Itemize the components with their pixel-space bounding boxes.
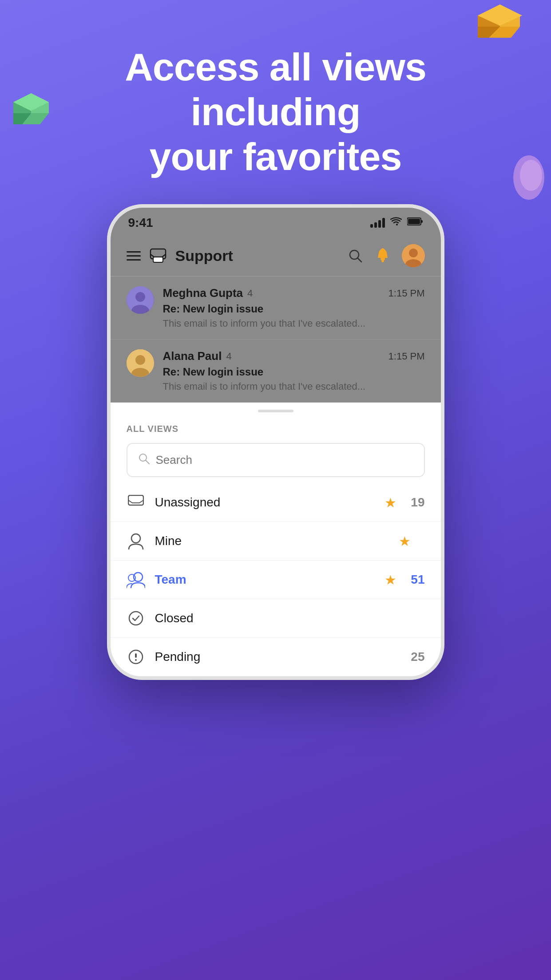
search-box-icon bbox=[138, 453, 150, 467]
view-item-team[interactable]: Team ★ 51 bbox=[111, 561, 441, 599]
svg-point-20 bbox=[381, 260, 384, 262]
phone-frame: 9:41 bbox=[107, 204, 444, 680]
mine-icon bbox=[127, 532, 145, 550]
view-count-team: 51 bbox=[411, 573, 424, 587]
battery-icon bbox=[407, 217, 423, 229]
svg-point-25 bbox=[135, 292, 145, 302]
view-item-pending[interactable]: Pending 25 bbox=[111, 638, 441, 676]
bottom-sheet: ALL VIEWS Unas bbox=[111, 403, 441, 676]
svg-rect-39 bbox=[135, 659, 137, 661]
hero-section: Access all views including your favorite… bbox=[0, 0, 551, 206]
svg-rect-13 bbox=[408, 219, 420, 224]
wifi-icon bbox=[390, 217, 402, 229]
hero-title: Access all views including your favorite… bbox=[0, 44, 551, 179]
search-icon[interactable] bbox=[347, 247, 364, 264]
drag-handle bbox=[111, 403, 441, 417]
email-time-2: 1:15 PM bbox=[388, 351, 425, 362]
menu-icon[interactable] bbox=[127, 251, 141, 261]
email-preview-1: This email is to inform you that I've es… bbox=[163, 318, 425, 329]
email-time-1: 1:15 PM bbox=[388, 288, 425, 299]
view-item-unassigned[interactable]: Unassigned ★ 19 bbox=[111, 483, 441, 522]
svg-rect-32 bbox=[128, 495, 143, 505]
views-search-input[interactable] bbox=[156, 453, 413, 467]
svg-rect-38 bbox=[135, 653, 137, 658]
view-label-unassigned: Unassigned bbox=[155, 495, 375, 510]
signal-icon bbox=[370, 218, 385, 228]
email-sender-1: Meghna Gupta bbox=[163, 286, 243, 300]
view-label-mine: Mine bbox=[155, 534, 389, 548]
unassigned-icon bbox=[127, 493, 145, 512]
email-item-2[interactable]: Alana Paul 4 1:15 PM Re: New login issue… bbox=[111, 340, 441, 403]
view-item-closed[interactable]: Closed bbox=[111, 599, 441, 638]
svg-point-28 bbox=[135, 355, 145, 365]
header-right bbox=[347, 244, 425, 267]
email-list: Meghna Gupta 4 1:15 PM Re: New login iss… bbox=[111, 277, 441, 403]
svg-point-36 bbox=[129, 612, 143, 625]
email-body-1: Meghna Gupta 4 1:15 PM Re: New login iss… bbox=[163, 286, 425, 329]
bell-icon[interactable] bbox=[374, 247, 391, 264]
view-star-unassigned[interactable]: ★ bbox=[385, 495, 396, 510]
email-subject-2: Re: New login issue bbox=[163, 366, 425, 378]
view-star-team[interactable]: ★ bbox=[385, 572, 396, 588]
view-count-pending: 25 bbox=[411, 650, 424, 664]
email-count-1: 4 bbox=[247, 288, 253, 299]
views-search-box[interactable] bbox=[127, 443, 425, 477]
email-sender-2: Alana Paul bbox=[163, 349, 222, 363]
svg-point-33 bbox=[131, 534, 140, 543]
status-icons bbox=[370, 217, 423, 229]
user-avatar[interactable] bbox=[402, 244, 425, 267]
svg-line-31 bbox=[146, 460, 149, 464]
svg-point-35 bbox=[128, 574, 135, 581]
all-views-label: ALL VIEWS bbox=[111, 417, 441, 439]
handle-bar bbox=[258, 410, 293, 412]
svg-line-18 bbox=[357, 258, 361, 262]
view-item-mine[interactable]: Mine ★ bbox=[111, 522, 441, 561]
svg-rect-16 bbox=[153, 257, 163, 262]
email-count-2: 4 bbox=[226, 351, 231, 362]
status-time: 9:41 bbox=[128, 216, 153, 230]
view-label-pending: Pending bbox=[155, 650, 401, 664]
svg-point-22 bbox=[409, 249, 418, 257]
app-title: Support bbox=[175, 247, 233, 265]
view-label-closed: Closed bbox=[155, 611, 425, 625]
view-label-team: Team bbox=[155, 573, 375, 587]
phone-mockup: 9:41 bbox=[107, 204, 444, 680]
inbox-icon bbox=[149, 246, 167, 265]
email-body-2: Alana Paul 4 1:15 PM Re: New login issue… bbox=[163, 349, 425, 392]
email-avatar-1 bbox=[127, 286, 154, 314]
view-star-mine[interactable]: ★ bbox=[399, 533, 411, 549]
header-left: Support bbox=[127, 246, 233, 265]
closed-icon bbox=[127, 609, 145, 628]
email-item-1[interactable]: Meghna Gupta 4 1:15 PM Re: New login iss… bbox=[111, 277, 441, 340]
pending-icon bbox=[127, 648, 145, 666]
email-subject-1: Re: New login issue bbox=[163, 303, 425, 315]
email-avatar-2 bbox=[127, 349, 154, 377]
status-bar: 9:41 bbox=[111, 208, 441, 235]
team-icon bbox=[127, 570, 145, 589]
email-preview-2: This email is to inform you that I've es… bbox=[163, 381, 425, 392]
svg-rect-14 bbox=[421, 220, 423, 223]
view-count-unassigned: 19 bbox=[411, 495, 424, 510]
app-header: Support bbox=[111, 235, 441, 277]
